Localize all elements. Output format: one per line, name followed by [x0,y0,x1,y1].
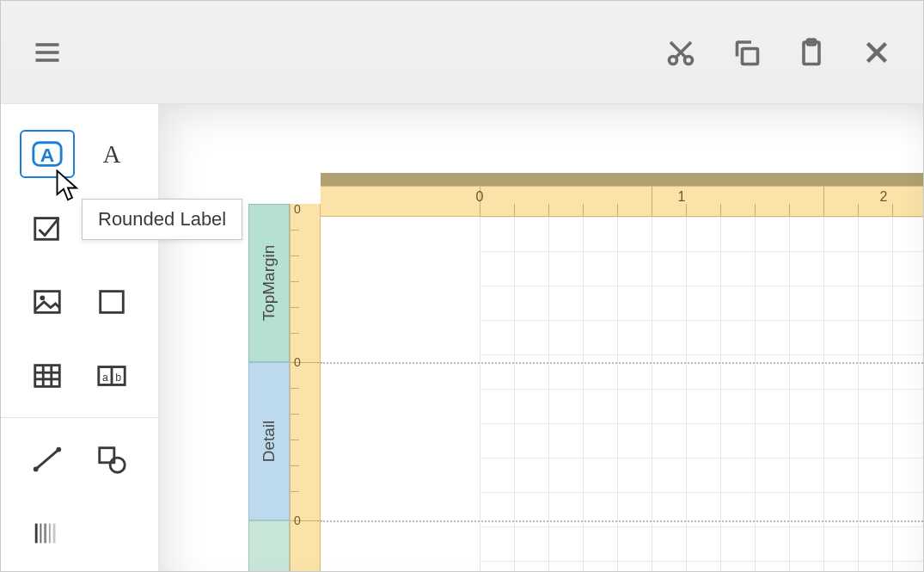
panel-tool[interactable] [84,278,139,326]
tool-tooltip-text: Rounded Label [98,208,226,230]
svg-point-29 [34,467,39,472]
rounded-label-tool[interactable]: A [20,130,75,178]
cut-button[interactable] [660,32,701,73]
paste-button[interactable] [791,32,832,73]
svg-rect-18 [101,292,124,313]
picture-tool[interactable] [20,278,75,326]
menu-hamburger-icon [32,37,63,68]
hruler-tick-1: 1 [678,189,686,205]
delete-button[interactable] [856,32,897,73]
table-icon [31,360,64,392]
band-next[interactable] [248,520,290,571]
svg-text:b: b [115,372,121,384]
hruler-tick-0: 0 [476,189,484,205]
cell-tool[interactable]: ab [84,352,139,400]
app-window: A A ab [0,0,924,572]
app-body: A A ab [1,104,923,571]
svg-text:a: a [102,372,108,384]
band-headers: TopMargin Detail [248,204,290,571]
copy-icon [731,37,762,68]
table-tool[interactable] [20,352,75,400]
close-icon [861,37,892,68]
cell-icon: ab [95,360,128,392]
svg-text:A: A [103,141,121,168]
vruler-tick-1: 0 [294,355,301,369]
line-icon [31,443,64,476]
hruler-tick-2: 2 [880,189,888,205]
svg-point-4 [685,56,693,64]
copy-button[interactable] [725,32,767,73]
svg-rect-7 [743,48,758,64]
barcode-icon [31,517,64,550]
svg-rect-34 [40,524,41,544]
paste-icon [796,37,827,68]
svg-rect-35 [44,524,46,544]
label-icon: A [95,138,128,170]
vruler-tick-0: 0 [294,202,301,216]
band-detail-label: Detail [260,421,278,463]
report-page[interactable] [321,217,923,571]
svg-rect-36 [49,524,51,544]
panel-icon [95,286,128,318]
toolbox-divider [1,417,158,418]
cut-icon [665,37,696,68]
vruler-tick-2: 0 [294,514,301,527]
svg-rect-19 [35,366,60,387]
tool-tooltip: Rounded Label [82,199,242,240]
svg-rect-15 [35,218,58,240]
horizontal-ruler[interactable]: 0 1 2 [321,186,923,217]
svg-rect-16 [35,292,60,313]
toolbox-panel: A A ab [1,104,159,571]
svg-point-32 [110,458,125,472]
design-grid [480,217,923,571]
band-topmargin-label: TopMargin [260,245,278,322]
top-toolbar [1,1,923,104]
band-topmargin[interactable]: TopMargin [248,204,290,362]
checkbox-tool[interactable] [20,204,75,252]
shape-tool[interactable] [84,435,139,483]
label-tool[interactable]: A [84,130,139,178]
band-separator-1[interactable] [321,362,923,364]
band-separator-2[interactable] [321,520,923,522]
svg-rect-33 [35,524,38,544]
picture-icon [31,286,64,318]
svg-point-17 [40,295,45,300]
checkbox-icon [31,212,64,244]
menu-button[interactable] [27,32,68,73]
svg-rect-37 [52,524,55,544]
svg-line-28 [35,450,58,470]
line-tool[interactable] [20,435,75,483]
svg-point-3 [670,56,677,64]
design-surface[interactable]: 0 1 2 TopMargin Detail [159,104,923,571]
barcode-tool[interactable] [20,509,75,557]
svg-point-30 [56,447,61,452]
vertical-ruler[interactable]: 0 0 0 [290,204,321,571]
svg-text:A: A [40,144,54,166]
rounded-label-icon: A [31,138,64,170]
band-detail[interactable]: Detail [248,362,290,520]
shape-icon [95,443,128,476]
